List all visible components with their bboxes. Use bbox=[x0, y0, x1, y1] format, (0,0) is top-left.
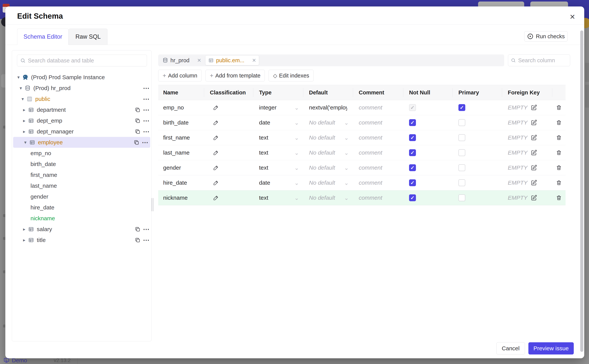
caret-right-icon[interactable]: ▸ bbox=[21, 107, 28, 112]
tree-item-table-department[interactable]: ▸ department ⋯ bbox=[12, 104, 151, 115]
tree-item-column-emp-no[interactable]: emp_no bbox=[12, 148, 151, 159]
more-actions-icon[interactable]: ⋯ bbox=[143, 128, 150, 135]
caret-down-icon[interactable]: ▾ bbox=[19, 96, 26, 102]
more-actions-icon[interactable]: ⋯ bbox=[143, 236, 150, 244]
column-name[interactable]: last_name bbox=[158, 145, 204, 160]
more-actions-icon[interactable]: ⋯ bbox=[143, 225, 150, 233]
comment-input[interactable]: comment bbox=[353, 130, 403, 145]
tree-search-input[interactable] bbox=[28, 58, 144, 64]
pencil-icon[interactable] bbox=[210, 135, 219, 141]
pencil-icon[interactable] bbox=[210, 195, 219, 201]
comment-input[interactable]: comment bbox=[353, 115, 403, 130]
classification-cell[interactable] bbox=[204, 175, 253, 190]
tab-raw-sql[interactable]: Raw SQL bbox=[69, 29, 107, 45]
primary-checkbox[interactable]: ✓ bbox=[458, 104, 465, 111]
editor-tab-hr-prod[interactable]: hr_prod ✕ bbox=[160, 56, 204, 65]
edit-foreign-key-icon[interactable] bbox=[530, 104, 538, 111]
default-select[interactable]: No default⌄ bbox=[303, 130, 353, 145]
primary-checkbox[interactable]: ✓ bbox=[458, 194, 465, 201]
type-select[interactable]: text⌄ bbox=[253, 130, 303, 145]
pencil-icon[interactable] bbox=[210, 120, 219, 125]
copy-icon[interactable] bbox=[134, 236, 141, 244]
primary-checkbox[interactable]: ✓ bbox=[458, 149, 465, 156]
more-actions-icon[interactable]: ⋯ bbox=[143, 106, 150, 114]
comment-input[interactable]: comment bbox=[353, 160, 403, 175]
copy-icon[interactable] bbox=[133, 139, 140, 146]
classification-cell[interactable] bbox=[204, 160, 253, 175]
delete-column-icon[interactable] bbox=[555, 149, 563, 156]
tree-item-column-last-name[interactable]: last_name bbox=[12, 180, 151, 191]
type-select[interactable]: text⌄ bbox=[253, 160, 303, 175]
edit-foreign-key-icon[interactable] bbox=[530, 119, 538, 126]
more-actions-icon[interactable]: ⋯ bbox=[143, 95, 150, 103]
type-select[interactable]: text⌄ bbox=[253, 190, 303, 205]
editor-tab-public-employee[interactable]: public.em... ✕ bbox=[206, 56, 259, 65]
delete-column-icon[interactable] bbox=[555, 179, 563, 187]
column-name[interactable]: hire_date bbox=[158, 175, 204, 190]
default-select[interactable]: No default⌄ bbox=[303, 190, 353, 205]
cancel-button[interactable]: Cancel bbox=[496, 342, 525, 354]
edit-foreign-key-icon[interactable] bbox=[530, 179, 538, 187]
caret-right-icon[interactable]: ▸ bbox=[21, 237, 28, 243]
column-name[interactable]: nickname bbox=[158, 190, 204, 205]
type-select[interactable]: date⌄ bbox=[253, 175, 303, 190]
tree-item-column-nickname[interactable]: nickname bbox=[12, 213, 151, 224]
close-icon[interactable]: ✕ bbox=[568, 13, 577, 21]
tree-item-schema-public[interactable]: ▾ public ⋯ bbox=[12, 93, 151, 104]
run-checks-button[interactable]: Run checks bbox=[524, 31, 568, 41]
tree-item-table-salary[interactable]: ▸ salary ⋯ bbox=[12, 224, 151, 234]
column-name[interactable]: birth_date bbox=[158, 115, 204, 130]
primary-checkbox[interactable]: ✓ bbox=[458, 179, 465, 186]
tree-item-instance[interactable]: ▾ (Prod) Prod Sample Instance bbox=[12, 72, 151, 83]
not-null-checkbox[interactable]: ✓ bbox=[409, 149, 416, 156]
classification-cell[interactable] bbox=[204, 115, 253, 130]
copy-icon[interactable] bbox=[134, 225, 141, 233]
edit-foreign-key-icon[interactable] bbox=[530, 149, 538, 156]
column-name[interactable]: first_name bbox=[158, 130, 204, 145]
primary-checkbox[interactable]: ✓ bbox=[458, 164, 465, 171]
type-select[interactable]: date⌄ bbox=[253, 115, 303, 130]
primary-checkbox[interactable]: ✓ bbox=[458, 134, 465, 141]
default-select[interactable]: No default⌄ bbox=[303, 175, 353, 190]
not-null-checkbox[interactable]: ✓ bbox=[409, 164, 416, 171]
column-name[interactable]: emp_no bbox=[158, 100, 204, 115]
pencil-icon[interactable] bbox=[210, 165, 219, 171]
copy-icon[interactable] bbox=[134, 106, 141, 114]
copy-icon[interactable] bbox=[134, 117, 141, 124]
caret-right-icon[interactable]: ▸ bbox=[21, 118, 28, 123]
tree-item-table-dept-manager[interactable]: ▸ dept_manager ⋯ bbox=[12, 126, 151, 137]
delete-column-icon[interactable] bbox=[555, 119, 563, 126]
tree-item-column-gender[interactable]: gender bbox=[12, 191, 151, 202]
tree-item-column-birth-date[interactable]: birth_date bbox=[12, 159, 151, 169]
comment-input[interactable]: comment bbox=[353, 190, 403, 205]
close-tab-icon[interactable]: ✕ bbox=[197, 58, 201, 63]
panel-resize-handle[interactable] bbox=[152, 198, 154, 211]
edit-foreign-key-icon[interactable] bbox=[530, 164, 538, 172]
default-select[interactable]: No default⌄ bbox=[303, 115, 353, 130]
comment-input[interactable]: comment bbox=[353, 100, 403, 115]
tree-item-table-title[interactable]: ▸ title ⋯ bbox=[12, 234, 151, 245]
tree-item-database-hr-prod[interactable]: ▾ (Prod) hr_prod ⋯ bbox=[12, 83, 151, 93]
close-tab-icon[interactable]: ✕ bbox=[252, 58, 256, 63]
comment-input[interactable]: comment bbox=[353, 145, 403, 160]
delete-column-icon[interactable] bbox=[555, 164, 563, 172]
more-actions-icon[interactable]: ⋯ bbox=[143, 84, 150, 92]
tree-item-column-hire-date[interactable]: hire_date bbox=[12, 202, 151, 213]
comment-input[interactable]: comment bbox=[353, 175, 403, 190]
add-column-button[interactable]: + Add column bbox=[158, 70, 202, 81]
not-null-checkbox[interactable]: ✓ bbox=[409, 119, 416, 126]
tree-item-table-dept-emp[interactable]: ▸ dept_emp ⋯ bbox=[12, 115, 151, 126]
caret-down-icon[interactable]: ▾ bbox=[17, 85, 24, 91]
tab-schema-editor[interactable]: Schema Editor bbox=[17, 29, 69, 45]
classification-cell[interactable] bbox=[204, 190, 253, 205]
more-actions-icon[interactable]: ⋯ bbox=[143, 117, 150, 124]
delete-column-icon[interactable] bbox=[555, 194, 563, 202]
type-select[interactable]: integer⌄ bbox=[253, 100, 303, 115]
not-null-checkbox[interactable]: ✓ bbox=[409, 134, 416, 141]
delete-column-icon[interactable] bbox=[555, 104, 563, 111]
caret-down-icon[interactable]: ▾ bbox=[22, 140, 29, 145]
copy-icon[interactable] bbox=[134, 128, 141, 135]
primary-checkbox[interactable]: ✓ bbox=[458, 119, 465, 126]
classification-cell[interactable] bbox=[204, 100, 253, 115]
default-select[interactable]: nextval('employ⌄ bbox=[303, 100, 353, 115]
